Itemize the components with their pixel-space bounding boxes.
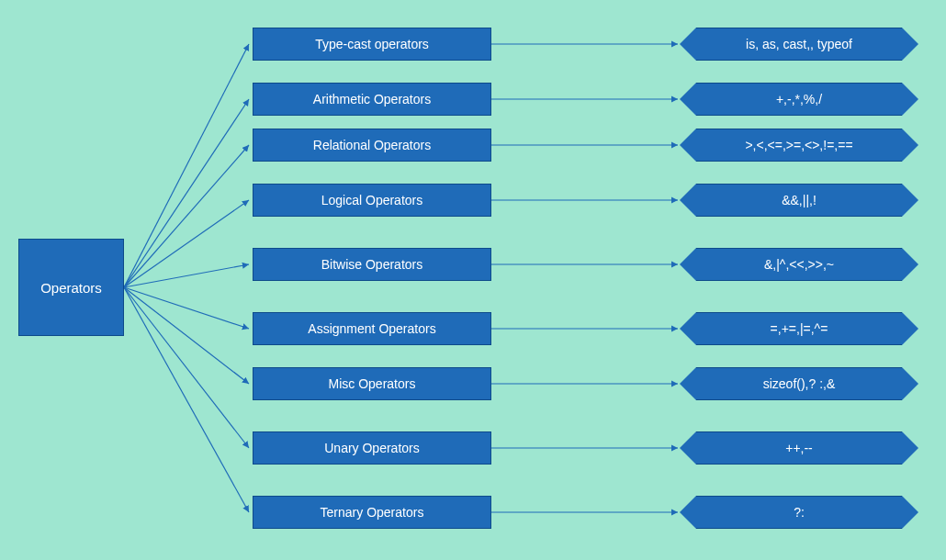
- detail-body: &&,||,!: [696, 184, 902, 217]
- connector-root-to-category: [124, 287, 249, 448]
- detail-label: +,-,*,%,/: [776, 92, 822, 106]
- category-label: Logical Operators: [321, 193, 423, 207]
- detail-label: &&,||,!: [782, 193, 816, 207]
- category-label: Unary Operators: [324, 441, 419, 455]
- connector-root-to-category: [124, 287, 249, 329]
- detail-body: sizeof(),? :,&: [696, 367, 902, 400]
- category-label: Type-cast operators: [315, 37, 429, 51]
- detail-label: >,<,<=,>=,<>,!=,==: [745, 138, 852, 152]
- detail-body: ?:: [696, 496, 902, 529]
- hex-cap-right: [902, 28, 918, 61]
- detail-hexagon: =,+=,|=,^=: [680, 312, 918, 345]
- hex-cap-right: [902, 184, 918, 217]
- detail-hexagon: &,|^,<<,>>,~: [680, 248, 918, 281]
- detail-hexagon: ++,--: [680, 431, 918, 465]
- hex-cap-left: [680, 496, 696, 529]
- hex-cap-left: [680, 83, 696, 116]
- hex-cap-left: [680, 184, 696, 217]
- detail-label: sizeof(),? :,&: [763, 376, 836, 391]
- category-box: Misc Operators: [253, 367, 491, 400]
- hex-cap-right: [902, 248, 918, 281]
- connector-root-to-category: [124, 44, 249, 287]
- detail-label: &,|^,<<,>>,~: [764, 257, 834, 272]
- category-box: Unary Operators: [253, 431, 491, 465]
- category-label: Misc Operators: [329, 376, 416, 391]
- hex-cap-left: [680, 28, 696, 61]
- category-label: Arithmetic Operators: [313, 92, 431, 106]
- detail-label: ++,--: [785, 441, 813, 455]
- connector-root-to-category: [124, 287, 249, 384]
- detail-hexagon: is, as, cast,, typeof: [680, 28, 918, 61]
- hex-cap-right: [902, 129, 918, 162]
- category-label: Bitwise Operators: [321, 257, 422, 272]
- detail-label: ?:: [794, 505, 805, 520]
- detail-body: >,<,<=,>=,<>,!=,==: [696, 129, 902, 162]
- category-box: Arithmetic Operators: [253, 83, 491, 116]
- hex-cap-right: [902, 83, 918, 116]
- hex-cap-left: [680, 248, 696, 281]
- detail-hexagon: &&,||,!: [680, 184, 918, 217]
- detail-body: &,|^,<<,>>,~: [696, 248, 902, 281]
- category-box: Ternary Operators: [253, 496, 491, 529]
- hex-cap-left: [680, 129, 696, 162]
- category-box: Assignment Operators: [253, 312, 491, 345]
- detail-body: +,-,*,%,/: [696, 83, 902, 116]
- category-label: Ternary Operators: [321, 505, 424, 520]
- category-label: Relational Operators: [313, 138, 431, 152]
- detail-label: =,+=,|=,^=: [771, 321, 828, 336]
- hex-cap-right: [902, 431, 918, 465]
- category-box: Relational Operators: [253, 129, 491, 162]
- hex-cap-left: [680, 431, 696, 465]
- detail-body: is, as, cast,, typeof: [696, 28, 902, 61]
- connector-root-to-category: [124, 99, 249, 287]
- connector-root-to-category: [124, 287, 249, 512]
- detail-body: ++,--: [696, 431, 902, 465]
- connector-root-to-category: [124, 200, 249, 287]
- category-box: Bitwise Operators: [253, 248, 491, 281]
- category-box: Logical Operators: [253, 184, 491, 217]
- detail-hexagon: sizeof(),? :,&: [680, 367, 918, 400]
- category-label: Assignment Operators: [308, 321, 435, 336]
- hex-cap-right: [902, 367, 918, 400]
- hex-cap-right: [902, 496, 918, 529]
- hex-cap-left: [680, 367, 696, 400]
- root-operators-box: Operators: [18, 239, 124, 336]
- detail-hexagon: >,<,<=,>=,<>,!=,==: [680, 129, 918, 162]
- root-label: Operators: [40, 280, 102, 296]
- connector-root-to-category: [124, 264, 249, 287]
- hex-cap-left: [680, 312, 696, 345]
- hex-cap-right: [902, 312, 918, 345]
- connector-root-to-category: [124, 145, 249, 287]
- category-box: Type-cast operators: [253, 28, 491, 61]
- detail-hexagon: +,-,*,%,/: [680, 83, 918, 116]
- detail-hexagon: ?:: [680, 496, 918, 529]
- detail-label: is, as, cast,, typeof: [746, 37, 852, 51]
- detail-body: =,+=,|=,^=: [696, 312, 902, 345]
